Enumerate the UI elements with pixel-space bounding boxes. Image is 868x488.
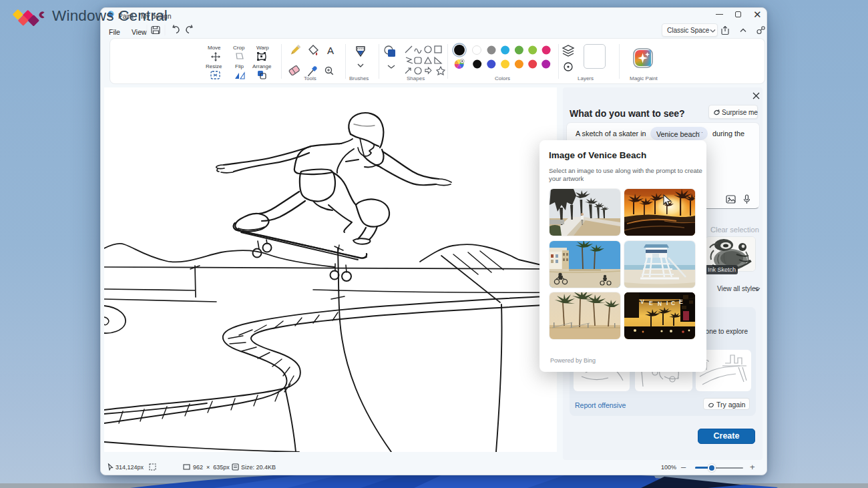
svg-text:V: V xyxy=(640,298,644,305)
svg-text:E: E xyxy=(679,298,683,305)
svg-text:I: I xyxy=(666,300,668,306)
svg-text:A: A xyxy=(327,45,334,56)
svg-text:E: E xyxy=(649,300,653,306)
svg-text:N: N xyxy=(658,300,662,307)
svg-text:C: C xyxy=(671,300,675,306)
